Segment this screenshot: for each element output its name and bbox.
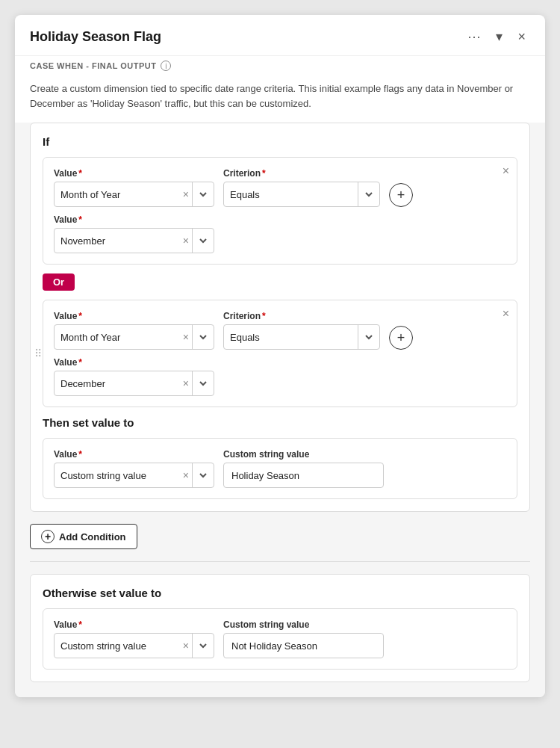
then-inner: Value* Custom string value × bbox=[43, 438, 517, 499]
close-icon: × bbox=[503, 164, 509, 177]
chevron-down-icon: ▾ bbox=[496, 28, 503, 45]
condition-1-value2-label: Value* bbox=[54, 214, 214, 225]
close-icon: × bbox=[503, 307, 509, 320]
case-label-text: CASE WHEN - FINAL OUTPUT bbox=[30, 61, 156, 70]
otherwise-row: Value* Custom string value × bbox=[54, 619, 506, 658]
condition-1-value-select[interactable]: Month of Year × bbox=[54, 182, 214, 207]
otherwise-custom-string-input[interactable] bbox=[223, 633, 384, 658]
condition-2-top-row: Value* Month of Year × bbox=[54, 311, 506, 350]
case-label-row: CASE WHEN - FINAL OUTPUT i bbox=[15, 56, 545, 78]
plus-icon: + bbox=[397, 188, 405, 203]
condition-2-close-button[interactable]: × bbox=[503, 308, 509, 320]
dots-icon: ··· bbox=[467, 29, 481, 45]
if-label: If bbox=[43, 135, 517, 148]
condition-1-criterion-dropdown-button[interactable] bbox=[358, 182, 379, 206]
condition-1-close-button[interactable]: × bbox=[503, 165, 509, 177]
otherwise-value-clear-button[interactable]: × bbox=[180, 640, 192, 652]
clear-icon: × bbox=[183, 235, 189, 247]
required-star: * bbox=[262, 311, 266, 321]
clear-icon: × bbox=[183, 377, 189, 389]
condition-2-value-select-value: Month of Year bbox=[55, 332, 180, 343]
condition-2-value-label: Value* bbox=[54, 311, 214, 321]
clear-icon: × bbox=[183, 188, 189, 200]
plus-icon: + bbox=[397, 330, 405, 346]
condition-1-add-button[interactable]: + bbox=[389, 183, 413, 207]
otherwise-value-select[interactable]: Custom string value × bbox=[54, 633, 214, 658]
condition-2-value-group: Value* Month of Year × bbox=[54, 311, 214, 350]
clear-icon: × bbox=[183, 640, 189, 652]
then-value-label: Value* bbox=[54, 449, 214, 460]
condition-2-criterion-select[interactable]: Equals bbox=[223, 324, 380, 350]
condition-2-add-button[interactable]: + bbox=[389, 326, 413, 350]
condition-1-criterion-group: Criterion* Equals bbox=[223, 168, 380, 207]
condition-2-value-select[interactable]: Month of Year × bbox=[54, 324, 214, 350]
condition-1-value-clear-button[interactable]: × bbox=[180, 188, 192, 200]
otherwise-value-group: Value* Custom string value × bbox=[54, 619, 214, 658]
card-title: Holiday Season Flag bbox=[30, 29, 161, 45]
condition-1-value2-group: Value* November × bbox=[54, 214, 214, 253]
condition-1-criterion-label: Criterion* bbox=[223, 168, 380, 179]
condition-1-value-group: Value* Month of Year × bbox=[54, 168, 214, 207]
condition-1-value-dropdown-button[interactable] bbox=[192, 182, 214, 206]
card-body: If × Value* Month of Year × bbox=[15, 123, 545, 697]
condition-block-1: × Value* Month of Year × bbox=[43, 157, 517, 265]
condition-2-value-clear-button[interactable]: × bbox=[180, 331, 192, 343]
condition-1-top-row: Value* Month of Year × bbox=[54, 168, 506, 207]
drag-handle-icon[interactable]: ⠿ bbox=[34, 347, 42, 359]
clear-icon: × bbox=[183, 469, 189, 481]
then-value-select[interactable]: Custom string value × bbox=[54, 463, 214, 488]
required-star: * bbox=[78, 311, 82, 321]
condition-1-criterion-select-value: Equals bbox=[224, 189, 358, 200]
condition-2-value2-select[interactable]: December × bbox=[54, 371, 214, 396]
more-options-button[interactable]: ··· bbox=[463, 28, 485, 46]
condition-2-criterion-select-value: Equals bbox=[224, 332, 358, 343]
required-star: * bbox=[262, 168, 266, 179]
otherwise-custom-string-label: Custom string value bbox=[223, 619, 384, 630]
then-value-dropdown-button[interactable] bbox=[192, 463, 214, 487]
condition-2-value2-clear-button[interactable]: × bbox=[180, 377, 192, 389]
condition-1-criterion-select[interactable]: Equals bbox=[223, 182, 380, 207]
clear-icon: × bbox=[183, 331, 189, 343]
required-star: * bbox=[78, 214, 82, 225]
condition-2-value2-label: Value* bbox=[54, 357, 214, 368]
condition-1-value2-select[interactable]: November × bbox=[54, 228, 214, 253]
otherwise-inner: Value* Custom string value × bbox=[43, 608, 517, 670]
condition-1-value2-select-value: November bbox=[55, 235, 180, 247]
then-row: Value* Custom string value × bbox=[54, 449, 506, 488]
then-custom-string-group: Custom string value bbox=[223, 449, 384, 488]
condition-2-value-dropdown-button[interactable] bbox=[192, 325, 214, 349]
close-button[interactable]: × bbox=[513, 28, 530, 46]
condition-1-value-select-value: Month of Year bbox=[55, 189, 180, 200]
then-value-select-value: Custom string value bbox=[55, 470, 180, 481]
condition-2-value2-dropdown-button[interactable] bbox=[192, 371, 214, 395]
card-header: Holiday Season Flag ··· ▾ × bbox=[15, 15, 545, 56]
otherwise-value-dropdown-button[interactable] bbox=[192, 634, 214, 658]
otherwise-label: Otherwise set value to bbox=[43, 587, 517, 599]
condition-2-criterion-dropdown-button[interactable] bbox=[358, 325, 379, 349]
collapse-button[interactable]: ▾ bbox=[491, 27, 507, 46]
add-condition-button[interactable]: + Add Condition bbox=[30, 524, 137, 549]
condition-1-value2-clear-button[interactable]: × bbox=[180, 235, 192, 247]
plus-icon: + bbox=[45, 531, 51, 542]
condition-2-value2-row: Value* December × bbox=[54, 357, 506, 396]
condition-1-value2-dropdown-button[interactable] bbox=[192, 229, 214, 253]
condition-1-value-label: Value* bbox=[54, 168, 214, 179]
info-icon[interactable]: i bbox=[161, 61, 171, 71]
condition-block-2: ⠿ × Value* Month of Year × bbox=[43, 300, 517, 407]
divider bbox=[30, 561, 530, 562]
add-condition-label: Add Condition bbox=[59, 531, 126, 543]
otherwise-section: Otherwise set value to Value* Custom str… bbox=[30, 574, 530, 682]
required-star: * bbox=[78, 449, 82, 460]
condition-2-criterion-label: Criterion* bbox=[223, 311, 380, 321]
required-star: * bbox=[78, 168, 82, 179]
then-value-clear-button[interactable]: × bbox=[180, 469, 192, 481]
otherwise-value-select-value: Custom string value bbox=[55, 640, 180, 652]
header-actions: ··· ▾ × bbox=[463, 27, 530, 46]
condition-2-criterion-group: Criterion* Equals bbox=[223, 311, 380, 350]
if-section: If × Value* Month of Year × bbox=[30, 123, 530, 512]
then-custom-string-input[interactable] bbox=[223, 463, 384, 488]
then-label: Then set value to bbox=[43, 416, 517, 429]
close-icon: × bbox=[517, 29, 526, 45]
then-value-group: Value* Custom string value × bbox=[54, 449, 214, 488]
required-star: * bbox=[78, 619, 82, 630]
